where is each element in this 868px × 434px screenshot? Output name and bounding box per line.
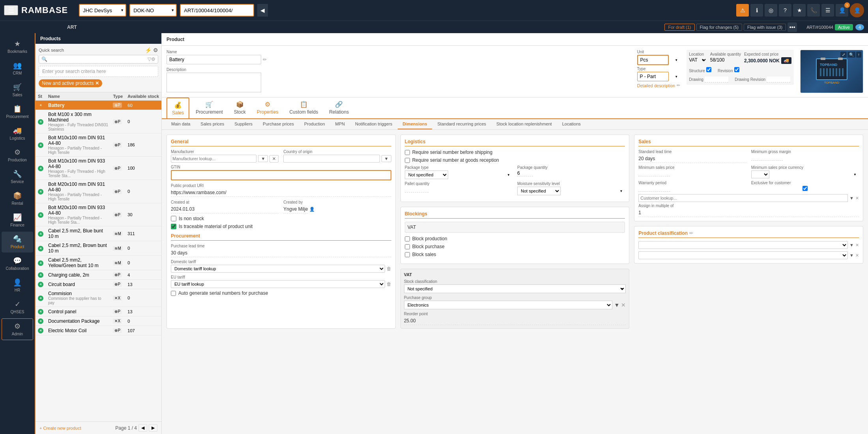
company-selector[interactable]: JHC DevSys [79,4,126,17]
list-button[interactable]: ☰ [821,4,834,17]
table-row[interactable]: 4 Cabel 2,5 mm2, Brown bunt 10 m ≋M 0 [36,241,161,256]
purchase-group-clear-button[interactable]: ✕ [621,302,626,308]
table-row[interactable]: 4 Cabel 2,5 mm2, Blue bunt 10 m ≋M 311 [36,226,161,241]
package-type-selector[interactable]: Not specified [405,170,448,179]
table-row[interactable]: 4 Circuit board ⊕P 13 [36,280,161,289]
table-row[interactable]: 4 Control panel ⊕P 13 [36,307,161,316]
search-input[interactable] [47,56,148,62]
classification-clear-1[interactable]: ✕ [855,243,859,248]
table-row[interactable]: 4 Electric Motor Coil ⊕P 107 [36,326,161,335]
subtab-purchase-prices[interactable]: Purchase prices [258,119,299,129]
min-gross-input[interactable] [751,155,783,161]
structure-checkbox[interactable] [706,67,711,72]
filter-remove-button[interactable]: ✕ [95,80,99,86]
sidebar-item-hr[interactable]: 👤 HR [2,275,33,296]
flag-issue-button[interactable]: Flag with issue (3) [744,24,786,31]
tab-custom-fields[interactable]: 📋 Custom fields [284,97,323,119]
purchase-group-selector[interactable]: Electronics [404,301,613,309]
is-non-stock-checkbox[interactable] [171,216,176,221]
sidebar-item-collaboration[interactable]: 💬 Collaboration [2,253,33,274]
auto-serial-checkbox[interactable] [171,291,176,296]
sidebar-item-crm[interactable]: 👥 CRM [2,58,33,79]
revision-checkbox[interactable] [734,67,739,72]
sidebar-item-qhses[interactable]: ✓ QHSES [2,297,33,318]
customer-lookup-input[interactable] [638,194,848,202]
info-button[interactable]: ℹ [750,4,763,17]
unit-selector[interactable]: Pcs [637,55,669,65]
eu-tariff-selector[interactable]: EU tariff lookup [171,280,385,288]
image-expand-button[interactable]: ⤢ [840,52,847,58]
tab-properties[interactable]: ⚙ Properties [252,97,283,119]
is-traceable-checkbox[interactable] [171,224,176,229]
block-production-checkbox[interactable] [405,236,410,241]
sidebar-item-admin[interactable]: ⚙ Admin [2,318,33,340]
detailed-desc-link[interactable]: Detailed description [637,83,675,88]
sidebar-item-finance[interactable]: 📈 Finance [2,210,33,231]
block-sales-checkbox[interactable] [405,252,410,257]
min-sales-price-input[interactable] [638,170,670,176]
manufacturer-clear-button[interactable]: ✕ [269,155,279,163]
subtab-notification-triggers[interactable]: Notification triggers [350,119,397,129]
doctype-selector[interactable]: DOK-NO [129,4,177,17]
sidebar-item-bookmarks[interactable]: ★ Bookmarks [2,36,33,57]
table-row[interactable]: 4 Bolt M10x100 mm DIN 933 A4-80 Hexagon … [36,157,161,180]
sidebar-item-rental[interactable]: 📦 Rental [2,188,33,209]
classification-selector-2[interactable] [638,251,848,259]
tab-stock[interactable]: 📦 Stock [229,97,251,119]
classification-clear-2[interactable]: ✕ [855,253,859,258]
subtab-locations[interactable]: Locations [557,119,586,129]
filter-toggle-button[interactable]: ▽ [148,56,151,62]
table-row[interactable]: 4 Charging cable, 2m ⊕P 4 [36,270,161,280]
tab-procurement[interactable]: 🛒 Procurement [191,97,228,119]
type-selector[interactable]: P - Part [637,72,669,81]
description-textarea[interactable] [166,73,261,92]
prev-page-button[interactable]: ◀ [138,424,147,432]
classification-edit-icon[interactable]: ✏ [689,230,693,236]
table-row[interactable]: 4 Commision Commision the supplier has t… [36,289,161,307]
subtab-dimensions[interactable]: Dimensions [398,119,432,129]
require-serial-goods-checkbox[interactable] [405,158,410,163]
path-input[interactable] [180,4,254,17]
table-row[interactable]: 4 Cabel 2,5 mm2, Yellow/Green bunt 10 m … [36,256,161,270]
drawing-revision-input[interactable] [767,77,790,82]
table-row[interactable]: 4 Bolt M10x100 mm DIN 931 A4-80 Hexagon … [36,133,161,157]
sidebar-item-product[interactable]: 🔩 Product [2,232,33,253]
classification-selector-1[interactable] [638,241,848,249]
location-selector[interactable] [699,57,707,63]
nav-back-button[interactable]: ◀ [257,4,268,17]
subtab-production[interactable]: Production [299,119,330,129]
drawing-input[interactable] [705,77,728,82]
stock-class-selector[interactable]: Not specified [404,284,626,293]
star-button[interactable]: ★ [793,4,806,17]
subtab-mpn[interactable]: MPN [331,119,350,129]
more-options-button[interactable]: ••• [788,22,797,32]
search-config-button[interactable]: ⚙ [151,56,155,62]
image-zoom-button[interactable]: 🔍 [847,52,855,58]
customer-clear-button[interactable]: ✕ [855,196,859,201]
gtin-input[interactable] [171,170,391,180]
require-serial-ship-checkbox[interactable] [405,150,410,155]
sidebar-item-service[interactable]: 🔧 Service [2,166,33,187]
table-row[interactable]: 4 Battery ⊕P 60 [36,101,161,110]
country-dropdown-button[interactable]: ▼ [382,155,391,162]
next-page-button[interactable]: ▶ [149,424,157,432]
warranty-input[interactable] [638,186,670,192]
domestic-tariff-selector[interactable]: Domestic tariff lookup [171,265,385,273]
subtab-stock-location[interactable]: Stock location replenishment [492,119,557,129]
sidebar-item-production[interactable]: ⚙ Production [2,145,33,166]
package-qty-input[interactable] [517,170,533,176]
tab-relations[interactable]: 🔗 Relations [324,97,354,119]
phone-button[interactable]: 📞 [807,4,820,17]
manufacturer-input[interactable] [171,155,256,163]
exclusive-customer-checkbox[interactable] [751,186,859,191]
moisture-selector[interactable]: Not specified [517,187,561,195]
hamburger-menu[interactable]: ☰ [4,5,18,15]
purchase-group-dropdown-button[interactable]: ▼ [614,302,619,308]
table-row[interactable]: 4 Bolt M20x100 mm DIN 933 A4-80 Hexagon … [36,203,161,226]
tab-sales[interactable]: 💰 Sales [166,97,189,119]
sidebar-item-procurement[interactable]: 📋 Procurement [2,101,33,122]
table-row[interactable]: 4 Documentation Package ✕X 0 [36,316,161,326]
subtab-sales-prices[interactable]: Sales prices [196,119,229,129]
edit-desc-icon[interactable]: ✏ [677,83,680,88]
avatar-button[interactable]: 👤 [850,3,864,17]
